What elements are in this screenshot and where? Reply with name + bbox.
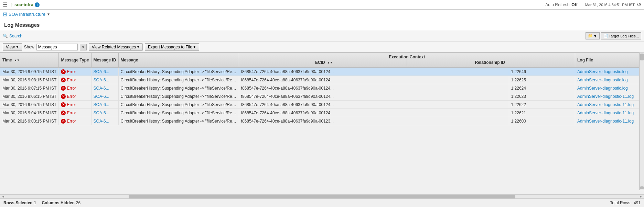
table-row[interactable]: Mar 30, 2016 9:05:15 PM IST✕ErrorSOA-6..… (0, 101, 644, 109)
cell-relationship-id: 1:22624 (509, 84, 575, 92)
scrollbar-thumb-top (640, 54, 644, 60)
table-row[interactable]: Mar 30, 2016 9:04:15 PM IST✕ErrorSOA-6..… (0, 109, 644, 117)
vertical-scrollbar[interactable] (639, 53, 644, 190)
rows-selected-value: 1 (34, 200, 36, 205)
cell-message-id[interactable]: SOA-6... (91, 68, 118, 76)
cell-relationship-id: 1:22646 (509, 68, 575, 76)
cell-message-id[interactable]: SOA-6... (91, 84, 118, 92)
cell-message-type: ✕Error (59, 68, 91, 76)
ecid-sort-icons[interactable]: ▲▼ (327, 61, 333, 64)
cell-time: Mar 30, 2016 9:08:15 PM IST (0, 76, 59, 84)
cell-message-type: ✕Error (59, 76, 91, 84)
scrollbar-thumb[interactable] (129, 195, 515, 198)
page-title: Log Messages (4, 22, 40, 28)
cell-log-file[interactable]: AdminServer-diagnostic.log (575, 68, 644, 76)
cell-ecid: f868547e-7264-40ce-a88a-40637fa9d90a-001… (239, 84, 509, 92)
cell-message: CircuitBreakerHistory: Suspending Adapte… (118, 101, 239, 109)
nav-bar: ⊞ SOA Infrastructure ▼ (0, 10, 644, 19)
view-related-button[interactable]: View Related Messages ▼ (89, 43, 143, 51)
table-row[interactable]: Mar 30, 2016 9:03:15 PM IST✕ErrorSOA-6..… (0, 117, 644, 125)
auto-refresh-label: Auto Refresh (545, 2, 569, 7)
cell-log-file[interactable]: AdminServer-diagnostic-11.log (575, 92, 644, 101)
export-messages-button[interactable]: Export Messages to File ▼ (145, 43, 199, 51)
message-type-column-header[interactable]: Message Type (59, 53, 91, 68)
table-row[interactable]: Mar 30, 2016 9:07:15 PM IST✕ErrorSOA-6..… (0, 84, 644, 92)
search-area[interactable]: 🔍 Search (3, 34, 22, 38)
cell-message-type: ✕Error (59, 92, 91, 101)
time-sort-icons[interactable]: ▲▼ (14, 59, 20, 62)
messages-input[interactable] (36, 44, 78, 50)
table-row[interactable]: Mar 30, 2016 9:08:15 PM IST✕ErrorSOA-6..… (0, 76, 644, 84)
cell-message-id[interactable]: SOA-6... (91, 101, 118, 109)
left-scroll-arrow[interactable]: ◄ (0, 195, 5, 198)
nav-title[interactable]: SOA Infrastructure (9, 12, 45, 17)
cell-log-file[interactable]: AdminServer-diagnostic-11.log (575, 109, 644, 117)
cell-message: CircuitBreakerHistory: Suspending Adapte… (118, 68, 239, 76)
soa-grid-icon: ⊞ (3, 11, 7, 18)
search-icon: 🔍 (3, 34, 8, 38)
messages-dropdown-button[interactable]: ▼ (80, 44, 87, 50)
right-scroll-arrow[interactable]: ► (639, 195, 644, 198)
cell-log-file[interactable]: AdminServer-diagnostic.log (575, 76, 644, 84)
log-icon: 📄 (603, 34, 608, 38)
cell-message: CircuitBreakerHistory: Suspending Adapte… (118, 117, 239, 125)
scrollbar-thumb-bottom (640, 186, 644, 189)
refresh-icon[interactable]: ↺ (637, 1, 641, 8)
error-icon: ✕ (61, 94, 66, 99)
horizontal-scrollbar[interactable]: ◄ ► (0, 194, 644, 198)
status-right: Total Rows : 491 (610, 200, 641, 205)
status-bar: Rows Selected 1 Columns Hidden 26 Total … (0, 198, 644, 207)
cell-log-file[interactable]: AdminServer-diagnostic-11.log (575, 101, 644, 109)
cell-message-id[interactable]: SOA-6... (91, 76, 118, 84)
log-file-column-header[interactable]: Log File (575, 53, 644, 68)
cell-message: CircuitBreakerHistory: Suspending Adapte… (118, 76, 239, 84)
cell-relationship-id: 1:22623 (509, 92, 575, 101)
cell-time: Mar 30, 2016 9:07:15 PM IST (0, 84, 59, 92)
cell-message-id[interactable]: SOA-6... (91, 117, 118, 125)
table-row[interactable]: Mar 30, 2016 9:06:15 PM IST✕ErrorSOA-6..… (0, 92, 644, 101)
time-column-header[interactable]: Time ▲▼ (0, 53, 59, 68)
timestamp: Mar 31, 2016 4:34:51 PM IST (585, 3, 635, 7)
cell-message: CircuitBreakerHistory: Suspending Adapte… (118, 109, 239, 117)
table-wrapper: Time ▲▼ Message Type Message ID Message (0, 53, 644, 194)
total-rows-value: 491 (634, 200, 641, 205)
error-text: Error (67, 102, 76, 107)
cell-relationship-id: 1:22600 (509, 117, 575, 125)
cell-time: Mar 30, 2016 9:03:15 PM IST (0, 117, 59, 125)
cell-time: Mar 30, 2016 9:09:15 PM IST (0, 68, 59, 76)
table-body: Mar 30, 2016 9:09:15 PM IST✕ErrorSOA-6..… (0, 68, 644, 125)
cell-message-id[interactable]: SOA-6... (91, 109, 118, 117)
cell-message-type: ✕Error (59, 84, 91, 92)
cell-message-type: ✕Error (59, 109, 91, 117)
cell-relationship-id: 1:22622 (509, 101, 575, 109)
folder-dropdown[interactable]: ▼ (593, 34, 597, 38)
cell-message: CircuitBreakerHistory: Suspending Adapte… (118, 84, 239, 92)
cell-log-file[interactable]: AdminServer-diagnostic-11.log (575, 117, 644, 125)
message-id-column-header[interactable]: Message ID (91, 53, 118, 68)
message-column-header[interactable]: Message (118, 53, 239, 68)
columns-hidden-item: Columns Hidden 26 (42, 200, 80, 205)
error-text: Error (67, 86, 76, 91)
columns-hidden-label: Columns Hidden (42, 200, 74, 205)
rows-selected-label: Rows Selected (3, 200, 33, 205)
view-arrow-icon: ▼ (16, 45, 19, 49)
export-arrow-icon: ▼ (193, 45, 196, 49)
folder-button[interactable]: 📁 ▼ (586, 32, 600, 39)
cell-ecid: f868547e-7264-40ce-a88a-40637fa9d90a-001… (239, 117, 509, 125)
error-text: Error (67, 78, 76, 82)
error-text: Error (67, 119, 76, 124)
table-header-row: Time ▲▼ Message Type Message ID Message (0, 53, 644, 68)
cell-log-file[interactable]: AdminServer-diagnostic.log (575, 84, 644, 92)
view-button[interactable]: View ▼ (3, 43, 22, 51)
execution-context-column-header: Execution Context ECID ▲▼ Relationship I… (239, 53, 575, 68)
cell-message-id[interactable]: SOA-6... (91, 92, 118, 101)
search-label[interactable]: Search (9, 34, 22, 38)
target-log-button[interactable]: 📄 Target Log Files... (601, 32, 641, 39)
table-row[interactable]: Mar 30, 2016 9:09:15 PM IST✕ErrorSOA-6..… (0, 68, 644, 76)
info-icon[interactable]: i (35, 2, 40, 7)
error-icon: ✕ (61, 119, 66, 124)
cell-message: CircuitBreakerHistory: Suspending Adapte… (118, 92, 239, 101)
nav-dropdown-icon[interactable]: ▼ (47, 12, 50, 16)
hamburger-icon[interactable]: ☰ (3, 1, 8, 8)
rows-selected-item: Rows Selected 1 (3, 200, 36, 205)
